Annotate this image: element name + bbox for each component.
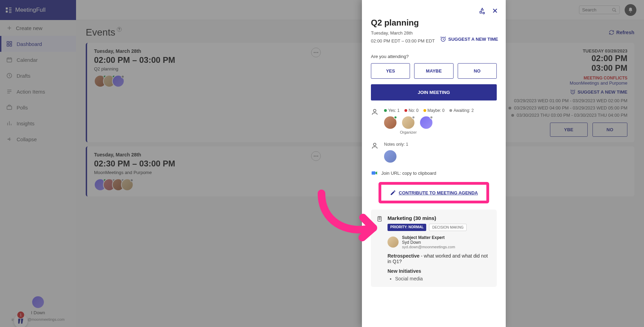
event-card[interactable]: Tuesday, March 28th 02:30 PM – 03:00 PM … bbox=[86, 146, 634, 196]
event-title: MoonMeetings and Purpome bbox=[94, 170, 322, 175]
clipboard-icon bbox=[376, 216, 383, 222]
clock-icon bbox=[6, 73, 12, 79]
join-url-text: Join URL: copy to clipboard bbox=[381, 171, 436, 176]
svg-rect-0 bbox=[7, 41, 9, 43]
avatar[interactable] bbox=[420, 116, 432, 129]
svg-point-16 bbox=[373, 109, 376, 112]
user-name: I Down bbox=[31, 310, 45, 315]
help-icon[interactable]: ? bbox=[117, 27, 122, 32]
video-meet-icon bbox=[371, 170, 378, 176]
avatar[interactable] bbox=[402, 116, 414, 129]
svg-point-17 bbox=[373, 143, 376, 146]
attendee-avatars bbox=[94, 75, 322, 87]
svg-point-10 bbox=[317, 52, 318, 53]
event-card[interactable]: Tuesday, March 28th 02:00 PM – 03:00 PM … bbox=[86, 43, 634, 142]
main: Events ? Refresh Tuesday, March 28th 02:… bbox=[76, 0, 644, 327]
nav-polls[interactable]: Polls bbox=[0, 99, 76, 115]
alarm-icon bbox=[440, 36, 446, 42]
nav-calendar[interactable]: Calendar bbox=[0, 52, 76, 68]
count-no: No: 0 bbox=[409, 108, 419, 113]
app-bubble-icon bbox=[17, 317, 25, 325]
create-new-button[interactable]: Create new bbox=[0, 20, 76, 36]
search-box[interactable] bbox=[579, 6, 620, 14]
event-date: Tuesday, March 28th bbox=[94, 152, 322, 157]
attendee-avatars bbox=[94, 179, 322, 191]
rsvp-maybe-button[interactable]: MAYBE bbox=[414, 63, 453, 79]
nav-dashboard[interactable]: Dashboard bbox=[0, 36, 76, 52]
nav-action-items-label: Action Items bbox=[17, 89, 45, 95]
sidebar: MeetingFull Create new Dashboard Calenda… bbox=[0, 0, 76, 327]
rsvp-maybe-button[interactable]: YBE bbox=[550, 123, 588, 137]
nav-collapse-label: Collapse bbox=[17, 136, 37, 142]
nav-polls-label: Polls bbox=[17, 105, 28, 110]
svg-point-14 bbox=[317, 156, 318, 157]
panel-title: Q2 planning bbox=[371, 18, 497, 28]
brand-logo-icon bbox=[5, 6, 12, 14]
rsvp-no-button[interactable]: NO bbox=[458, 63, 497, 79]
event-time: 02:30 PM – 03:00 PM bbox=[94, 159, 322, 169]
notifications-button[interactable] bbox=[625, 4, 636, 16]
brand-bar: MeetingFull bbox=[0, 0, 76, 20]
event-title: Q2 planning bbox=[94, 66, 322, 71]
suggest-time-link[interactable]: SUGGEST A NEW TIME bbox=[570, 89, 627, 95]
shapes-icon[interactable] bbox=[479, 8, 486, 15]
people-icon bbox=[371, 142, 379, 150]
svg-point-9 bbox=[316, 52, 317, 53]
refresh-button[interactable]: Refresh bbox=[609, 30, 634, 35]
bell-icon bbox=[628, 7, 633, 13]
contribute-link[interactable]: CONTRIBUTE TO MEETING AGENDA bbox=[399, 190, 478, 195]
notification-badge: 1 bbox=[17, 311, 24, 318]
content: Events ? Refresh Tuesday, March 28th 02:… bbox=[76, 20, 644, 327]
contribute-callout: CONTRIBUTE TO MEETING AGENDA bbox=[379, 182, 489, 203]
avatar[interactable] bbox=[121, 179, 133, 191]
dashboard-icon bbox=[6, 41, 12, 47]
svg-rect-6 bbox=[7, 106, 12, 109]
rsvp-counts: Yes: 1 No: 0 Maybe: 0 Awaiting: 2 bbox=[384, 108, 497, 113]
event-date: Tuesday, March 28th bbox=[94, 48, 322, 54]
join-url-row[interactable]: Join URL: copy to clipboard bbox=[371, 170, 497, 176]
create-new-label: Create new bbox=[16, 25, 43, 31]
join-meeting-button[interactable]: JOIN MEETING bbox=[371, 84, 497, 100]
plus-icon bbox=[6, 25, 12, 31]
user-avatar[interactable] bbox=[32, 296, 44, 308]
event-menu-button[interactable] bbox=[311, 48, 321, 57]
rsvp-yes-button[interactable]: YES bbox=[371, 63, 410, 79]
priority-tag: PRIORITY: NORMAL bbox=[388, 224, 426, 231]
close-icon[interactable] bbox=[492, 8, 498, 14]
brand-name: MeetingFull bbox=[15, 7, 46, 13]
pencil-icon bbox=[390, 190, 396, 196]
agenda-card: Marketing (30 mins) PRIORITY: NORMAL DEC… bbox=[371, 210, 497, 287]
nav-insights[interactable]: Insights bbox=[0, 115, 76, 131]
svg-rect-2 bbox=[7, 45, 9, 46]
search-input[interactable] bbox=[582, 7, 610, 12]
svg-rect-18 bbox=[372, 171, 375, 175]
suggest-label: SUGGEST A NEW TIME bbox=[578, 89, 627, 95]
count-yes: Yes: 1 bbox=[388, 108, 400, 113]
rsvp-no-button[interactable]: NO bbox=[592, 123, 628, 137]
event-menu-button[interactable] bbox=[311, 151, 321, 161]
alarm-icon bbox=[570, 89, 576, 95]
sme-avatar bbox=[388, 237, 399, 248]
chart-icon bbox=[6, 120, 12, 126]
nav-insights-label: Insights bbox=[17, 121, 35, 126]
svg-rect-1 bbox=[10, 41, 12, 43]
agenda-bullet: Social media bbox=[395, 276, 491, 281]
more-horizontal-icon bbox=[314, 52, 318, 53]
nav-collapse[interactable]: Collapse bbox=[0, 131, 76, 147]
page-title-text: Events bbox=[86, 27, 115, 38]
avatar[interactable] bbox=[112, 75, 124, 87]
topbar bbox=[76, 0, 644, 20]
avatar[interactable] bbox=[384, 150, 396, 163]
refresh-label: Refresh bbox=[616, 30, 634, 35]
svg-rect-3 bbox=[10, 45, 12, 46]
nav-drafts[interactable]: Drafts bbox=[0, 68, 76, 84]
list-icon bbox=[6, 88, 12, 95]
avatar[interactable] bbox=[384, 116, 396, 129]
search-icon bbox=[612, 8, 617, 12]
calendar-icon bbox=[6, 57, 12, 63]
count-maybe: Maybe: 0 bbox=[428, 108, 445, 113]
nav-action-items[interactable]: Action Items bbox=[0, 84, 76, 99]
nav-dashboard-label: Dashboard bbox=[17, 41, 42, 47]
panel-suggest-time[interactable]: SUGGEST A NEW TIME bbox=[440, 36, 498, 42]
panel-suggest-label: SUGGEST A NEW TIME bbox=[448, 37, 498, 42]
